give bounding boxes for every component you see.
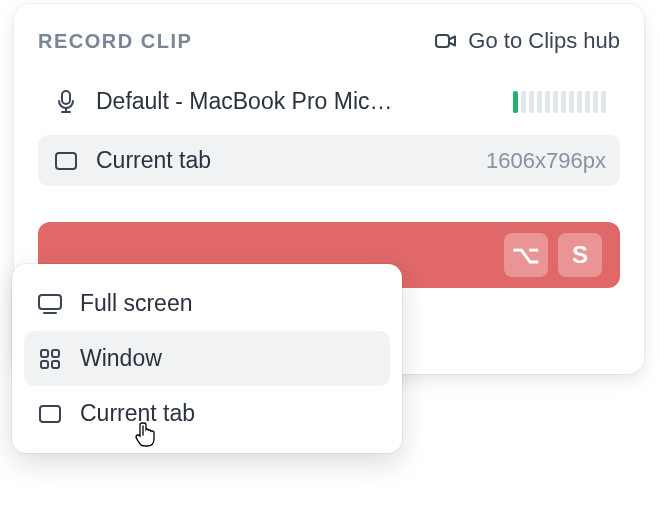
mic-level-meter bbox=[513, 91, 606, 113]
tab-icon bbox=[36, 404, 64, 424]
svg-rect-1 bbox=[62, 91, 70, 104]
svg-rect-3 bbox=[39, 295, 61, 309]
go-to-clips-hub-link[interactable]: Go to Clips hub bbox=[434, 28, 620, 54]
mic-level-bar bbox=[577, 91, 582, 113]
microphone-icon bbox=[52, 89, 80, 115]
svg-rect-5 bbox=[52, 350, 59, 357]
mic-level-bar bbox=[529, 91, 534, 113]
grid-icon bbox=[36, 348, 64, 370]
mic-level-bar bbox=[545, 91, 550, 113]
panel-title: RECORD CLIP bbox=[38, 30, 192, 53]
mic-level-bar bbox=[513, 91, 518, 113]
mic-level-bar bbox=[537, 91, 542, 113]
mic-level-bar bbox=[585, 91, 590, 113]
dropdown-item-label: Current tab bbox=[80, 400, 195, 427]
capture-source-label: Current tab bbox=[96, 147, 470, 174]
mic-label: Default - MacBook Pro Mic… bbox=[96, 88, 497, 115]
dropdown-item-current-tab[interactable]: Current tab bbox=[24, 386, 390, 441]
shortcut-key-option: ⌥ bbox=[504, 233, 548, 277]
mic-input-row[interactable]: Default - MacBook Pro Mic… bbox=[38, 76, 620, 127]
dropdown-item-label: Window bbox=[80, 345, 162, 372]
clips-hub-label: Go to Clips hub bbox=[468, 28, 620, 54]
mic-level-bar bbox=[569, 91, 574, 113]
mic-level-bar bbox=[593, 91, 598, 113]
mic-level-bar bbox=[553, 91, 558, 113]
dropdown-item-window[interactable]: Window bbox=[24, 331, 390, 386]
mic-level-bar bbox=[561, 91, 566, 113]
capture-resolution: 1606x796px bbox=[486, 148, 606, 174]
video-camera-icon bbox=[434, 29, 458, 53]
capture-source-dropdown: Full screen Window Current tab bbox=[12, 264, 402, 453]
dropdown-item-label: Full screen bbox=[80, 290, 192, 317]
shortcut-key-s: S bbox=[558, 233, 602, 277]
mic-level-bar bbox=[601, 91, 606, 113]
tab-icon bbox=[52, 151, 80, 171]
svg-rect-6 bbox=[41, 361, 48, 368]
mic-level-bar bbox=[521, 91, 526, 113]
svg-rect-8 bbox=[40, 406, 60, 422]
svg-rect-2 bbox=[56, 153, 76, 169]
svg-rect-0 bbox=[436, 35, 449, 47]
capture-source-row[interactable]: Current tab 1606x796px bbox=[38, 135, 620, 186]
svg-rect-4 bbox=[41, 350, 48, 357]
panel-header: RECORD CLIP Go to Clips hub bbox=[38, 28, 620, 54]
monitor-icon bbox=[36, 292, 64, 316]
dropdown-item-full-screen[interactable]: Full screen bbox=[24, 276, 390, 331]
svg-rect-7 bbox=[52, 361, 59, 368]
